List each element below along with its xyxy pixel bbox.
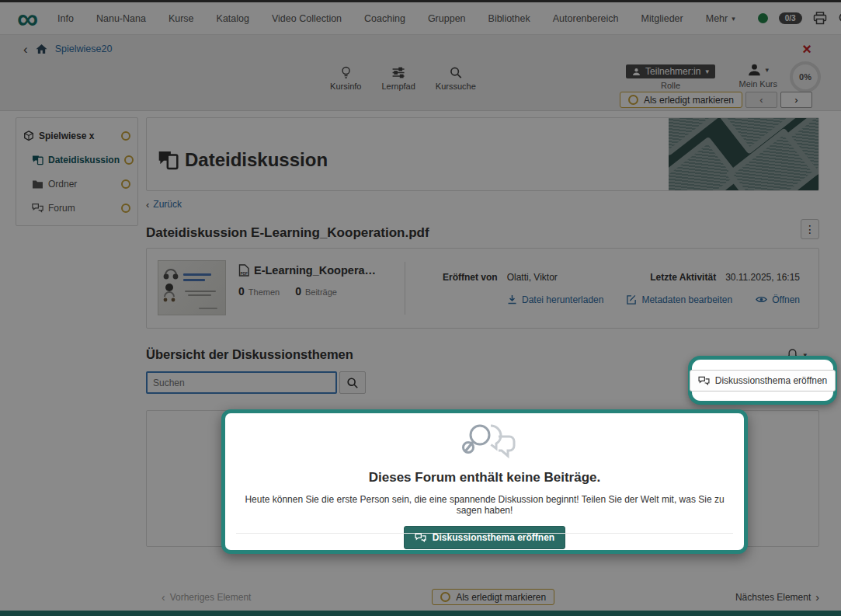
chat-bubbles-icon: [415, 533, 426, 542]
app-window: ∞ Info Nanu-Nana Kurse Katalog Video Col…: [0, 0, 841, 616]
empty-forum-text: Heute können Sie die erste Person sein, …: [225, 494, 744, 516]
tour-highlight-open-topic: Diskussionsthema eröffnen: [688, 356, 837, 405]
empty-forum-dialog: Dieses Forum enthält keine Beiträge. Heu…: [221, 409, 748, 554]
open-topic-button-primary[interactable]: Diskussionsthema eröffnen: [404, 526, 565, 549]
open-topic-button-primary-label: Diskussionsthema eröffnen: [433, 532, 554, 543]
open-topic-button-toolbar[interactable]: Diskussionsthema eröffnen: [690, 370, 836, 392]
empty-forum-search-chat-icon: [450, 419, 519, 469]
chat-bubbles-icon: [698, 376, 710, 385]
empty-forum-title: Dieses Forum enthält keine Beiträge.: [369, 470, 601, 485]
dialog-footer-divider: [236, 533, 733, 534]
open-topic-button-label: Diskussionsthema eröffnen: [715, 375, 828, 386]
